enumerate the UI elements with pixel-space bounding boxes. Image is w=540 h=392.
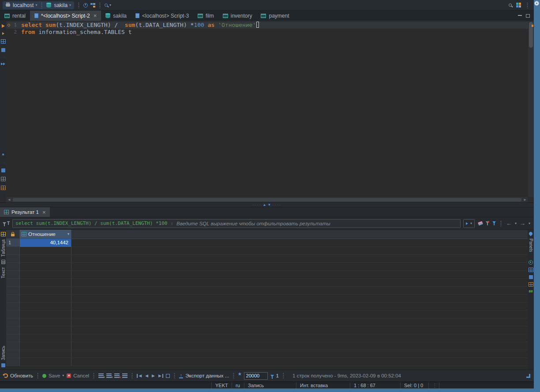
sql-editor[interactable]: ···· * ···· 1select sum(t.INDEX_LENGTH) … <box>0 21 534 202</box>
row-number-cell[interactable] <box>6 318 20 326</box>
save-filter-icon[interactable] <box>486 221 489 224</box>
row-number-cell[interactable] <box>6 334 20 342</box>
value-viewer-panel-icon[interactable] <box>529 260 533 265</box>
search-icon[interactable] <box>509 4 512 7</box>
row-number-cell[interactable] <box>6 255 20 263</box>
presentation-tab-text[interactable]: Текст <box>1 267 6 278</box>
results-tab[interactable]: Результат 1 × <box>0 207 50 217</box>
editor-code-area[interactable]: 1select sum(t.INDEX_LENGTH) / sum(t.DATA… <box>6 22 528 197</box>
status-write-mode[interactable]: Запись <box>244 382 296 388</box>
grid-corner-cell[interactable] <box>6 230 20 239</box>
grid-presentation-icon[interactable] <box>1 232 6 236</box>
status-selection[interactable]: Sel: 0 | 0 <box>400 382 428 388</box>
fetch-size-input[interactable] <box>244 372 268 380</box>
status-language[interactable]: ru <box>232 382 244 388</box>
execute-script-icon[interactable] <box>1 63 5 65</box>
value-cell[interactable] <box>20 279 71 287</box>
filter-type-icon[interactable]: T <box>3 221 10 226</box>
row-number-cell[interactable] <box>6 310 20 318</box>
column-menu-icon[interactable]: ▾ <box>68 232 69 236</box>
calc-panel-icon[interactable] <box>529 268 533 272</box>
editor-horizontal-scrollbar[interactable]: ◀ ▶ <box>6 197 528 202</box>
scroll-left-icon[interactable]: ◀ <box>6 198 12 202</box>
close-tab-icon[interactable]: × <box>94 13 97 19</box>
scrollbar-thumb[interactable] <box>13 198 521 202</box>
value-cell[interactable] <box>20 271 71 279</box>
value-cell[interactable] <box>20 287 71 295</box>
collapse-down-icon[interactable]: ▼ <box>268 203 271 207</box>
previous-row-icon[interactable]: ◀ <box>145 374 149 378</box>
row-number-cell[interactable] <box>6 287 20 295</box>
editor-tab-1[interactable]: *<localhost> Script-2× <box>30 11 101 21</box>
row-number-cell[interactable] <box>6 350 20 358</box>
export-button[interactable]: ↑ Экспорт данных ... <box>179 373 229 378</box>
value-cell[interactable] <box>20 295 71 302</box>
statusbar-more-icon[interactable]: ⋮ <box>428 382 439 388</box>
presentation-tab-record[interactable]: Запись <box>1 346 6 360</box>
desktop-shortcut-icon[interactable] <box>534 1 539 6</box>
value-cell[interactable] <box>20 358 71 366</box>
row-number-cell[interactable] <box>6 358 20 366</box>
value-cell[interactable] <box>20 310 71 318</box>
custom-filter-icon[interactable] <box>492 221 496 224</box>
scroll-right-icon[interactable]: ▶ <box>522 198 528 202</box>
first-row-icon[interactable]: ◀ <box>137 374 142 378</box>
editor-vertical-scrollbar[interactable] <box>528 21 534 197</box>
clear-filter-icon[interactable] <box>478 221 483 226</box>
erd-icon[interactable] <box>90 3 95 7</box>
row-number-cell[interactable]: 1 <box>6 239 20 247</box>
sql-console-icon[interactable] <box>1 168 5 172</box>
value-cell[interactable] <box>20 247 71 255</box>
database-selector[interactable]: sakila ▾ <box>54 2 71 8</box>
last-row-icon[interactable]: ▶ <box>158 374 163 378</box>
close-icon[interactable]: × <box>42 209 46 215</box>
add-row-icon[interactable]: + <box>98 373 104 378</box>
cancel-button[interactable]: × Cancel <box>67 373 89 378</box>
minimize-editor-icon[interactable] <box>518 15 522 16</box>
column-header[interactable]: Отношение ▾ <box>20 230 71 239</box>
refresh-button[interactable]: Обновить <box>4 373 33 378</box>
edit-value-icon[interactable] <box>122 373 128 378</box>
next-row-icon[interactable]: ▶ <box>151 374 155 378</box>
output-panel-icon[interactable] <box>1 177 6 181</box>
filter-input[interactable]: select sum(t.INDEX_LENGTH) / sum(t.DATA_… <box>12 219 461 228</box>
value-cell[interactable] <box>20 334 71 342</box>
status-timezone[interactable]: YEKT <box>211 382 232 388</box>
status-caret-position[interactable]: 1 : 68 : 67 <box>350 382 400 388</box>
row-number-cell[interactable] <box>6 342 20 350</box>
row-number-cell[interactable] <box>6 326 20 334</box>
results-grid[interactable]: Отношение ▾ 140,1442 <box>6 230 528 370</box>
perspective-icon[interactable] <box>516 3 521 7</box>
value-cell[interactable] <box>20 318 71 326</box>
delete-row-icon[interactable]: × <box>114 373 120 378</box>
save-button[interactable]: Save ▾ <box>42 373 64 378</box>
filter-count[interactable]: 1 <box>270 373 279 378</box>
record-mode-icon[interactable] <box>1 363 5 367</box>
fetch-settings-icon[interactable]: * <box>238 373 241 378</box>
maximize-panel-icon[interactable] <box>526 374 530 378</box>
execute-new-tab-icon[interactable] <box>2 32 4 35</box>
log-panel-icon[interactable] <box>1 186 6 190</box>
script-icon[interactable] <box>1 48 5 52</box>
history-forward-icon[interactable]: → <box>520 220 525 226</box>
row-number-cell[interactable] <box>6 302 20 310</box>
editor-tab-3[interactable]: <localhost> Script-3 <box>131 11 193 21</box>
references-panel-icon[interactable] <box>529 282 533 287</box>
connection-selector[interactable]: localhost ▾ <box>13 2 37 8</box>
toggle-record-mode-icon[interactable] <box>166 374 170 378</box>
value-cell[interactable] <box>20 326 71 334</box>
row-number-cell[interactable] <box>6 263 20 271</box>
metadata-panel-icon[interactable] <box>529 275 533 279</box>
value-cell[interactable] <box>20 255 71 263</box>
row-number-cell[interactable] <box>6 271 20 279</box>
history-back-icon[interactable]: ← <box>506 220 512 226</box>
row-number-cell[interactable] <box>6 279 20 287</box>
editor-tab-2[interactable]: sakila <box>101 11 131 21</box>
explain-plan-icon[interactable] <box>1 39 6 44</box>
value-cell[interactable]: 40,1442 <box>20 239 71 247</box>
quick-search-button[interactable]: ▾ <box>105 4 111 7</box>
panel-splitter[interactable]: ···· ▲ ▼ ···· <box>0 202 534 207</box>
value-cell[interactable] <box>20 350 71 358</box>
transaction-mode-icon[interactable] <box>83 3 88 7</box>
text-presentation-icon[interactable] <box>1 260 5 264</box>
